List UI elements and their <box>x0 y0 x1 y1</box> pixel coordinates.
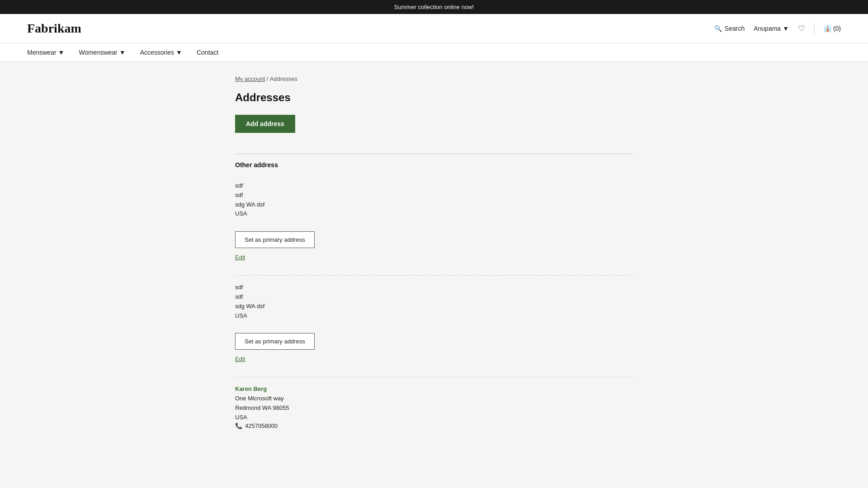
add-address-button[interactable]: Add address <box>235 115 295 133</box>
breadcrumb: My account / Addresses <box>235 75 633 82</box>
edit-link-2[interactable]: Edit <box>235 356 245 362</box>
address-block-1: sdf sdf sdg WA dsf USA <box>235 181 633 219</box>
logo[interactable]: Fabrikam <box>27 21 81 36</box>
main-nav: Menswear ▼ Womenswear ▼ Accessories ▼ Co… <box>0 43 868 62</box>
address-line: sdf <box>235 292 633 302</box>
header: Fabrikam 🔍 Search Anupama ▼ ♡ 👔 (0) <box>0 14 868 43</box>
chevron-down-icon: ▼ <box>119 49 126 56</box>
address-block-2: sdf sdf sdg WA dsf USA <box>235 283 633 320</box>
breadcrumb-current: Addresses <box>270 75 297 82</box>
top-banner: Summer collection online now! <box>0 0 868 14</box>
breadcrumb-account-link[interactable]: My account <box>235 75 265 82</box>
address-entry-1: sdf sdf sdg WA dsf USA Set as primary ad… <box>235 174 633 276</box>
set-primary-button-1[interactable]: Set as primary address <box>235 231 315 248</box>
nav-item-contact[interactable]: Contact <box>197 49 218 56</box>
address-block-3: Karen Berg One Microsoft way Redmond WA … <box>235 385 633 429</box>
search-button[interactable]: 🔍 Search <box>714 25 745 32</box>
wishlist-button[interactable]: ♡ <box>798 23 805 33</box>
address-line: USA <box>235 311 633 321</box>
section-divider-top <box>235 154 633 154</box>
address-line: sdf <box>235 191 633 200</box>
address-name: Karen Berg <box>235 385 633 394</box>
nav-item-menswear[interactable]: Menswear ▼ <box>27 49 64 56</box>
other-address-section-title: Other address <box>235 161 633 169</box>
search-label: Search <box>725 25 745 32</box>
user-menu-button[interactable]: Anupama ▼ <box>754 25 789 32</box>
nav-label-womenswear: Womenswear <box>79 49 117 56</box>
address-line: sdf <box>235 283 633 292</box>
chevron-down-icon: ▼ <box>783 25 789 32</box>
address-line: USA <box>235 209 633 219</box>
nav-item-accessories[interactable]: Accessories ▼ <box>140 49 182 56</box>
cart-count: (0) <box>833 25 841 32</box>
phone-line: 📞 4257058000 <box>235 422 633 429</box>
heart-icon: ♡ <box>798 24 805 33</box>
chevron-down-icon: ▼ <box>176 49 182 56</box>
page-title: Addresses <box>235 91 633 104</box>
edit-link-1[interactable]: Edit <box>235 254 245 261</box>
address-entry-2: sdf sdf sdg WA dsf USA Set as primary ad… <box>235 276 633 377</box>
nav-item-womenswear[interactable]: Womenswear ▼ <box>79 49 125 56</box>
address-line: sdg WA dsf <box>235 302 633 311</box>
nav-label-accessories: Accessories <box>140 49 174 56</box>
nav-label-menswear: Menswear <box>27 49 57 56</box>
user-name: Anupama <box>754 25 781 32</box>
address-line: USA <box>235 413 633 422</box>
banner-text: Summer collection online now! <box>394 4 474 10</box>
address-line: One Microsoft way <box>235 394 633 404</box>
address-line: sdf <box>235 181 633 191</box>
header-right: 🔍 Search Anupama ▼ ♡ 👔 (0) <box>714 23 841 34</box>
address-entry-3: Karen Berg One Microsoft way Redmond WA … <box>235 377 633 443</box>
main-content: My account / Addresses Addresses Add add… <box>208 62 660 457</box>
phone-number: 4257058000 <box>245 422 278 429</box>
nav-label-contact: Contact <box>197 49 218 56</box>
address-line: Redmond WA 98055 <box>235 404 633 413</box>
address-line: sdg WA dsf <box>235 200 633 210</box>
set-primary-button-2[interactable]: Set as primary address <box>235 333 315 350</box>
phone-icon: 📞 <box>235 422 242 429</box>
bag-icon: 👔 <box>824 25 831 32</box>
chevron-down-icon: ▼ <box>58 49 65 56</box>
cart-button[interactable]: 👔 (0) <box>824 25 841 32</box>
header-divider <box>814 23 815 34</box>
search-icon: 🔍 <box>714 25 722 32</box>
